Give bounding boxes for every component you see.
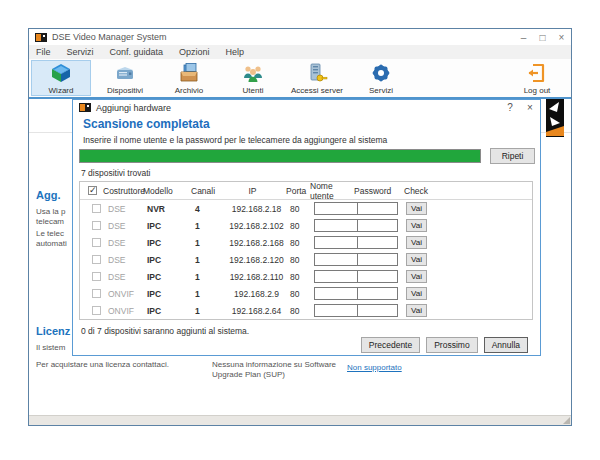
nome-utente-input[interactable] [314, 304, 358, 317]
device-checkbox[interactable] [92, 204, 101, 213]
nome-utente-input[interactable] [314, 236, 358, 249]
toolbar: Wizard Dispositivi Ar [29, 59, 571, 99]
device-row[interactable]: ONVIF IPC 1 192.168.2.9 80 Vai [80, 285, 532, 302]
devices-found-text: 7 dispositivi trovati [81, 168, 150, 178]
nome-utente-input[interactable] [314, 270, 358, 283]
menu-help[interactable]: Help [218, 47, 253, 57]
device-checkbox[interactable] [92, 238, 101, 247]
toolbar-item-archivio[interactable]: Archivio [159, 60, 219, 96]
not-supported-link[interactable]: Non supportato [347, 363, 402, 372]
scan-progress-fill [80, 150, 480, 162]
dialog-icon [79, 103, 91, 112]
cell-costruttore: DSE [108, 221, 147, 231]
toolbar-item-dispositivi[interactable]: Dispositivi [95, 60, 155, 96]
status-bar [29, 415, 571, 425]
password-input[interactable] [357, 202, 398, 215]
dialog-close-button[interactable]: × [520, 102, 540, 113]
app-icon [35, 33, 47, 42]
password-input[interactable] [357, 270, 398, 283]
cell-canali: 1 [193, 238, 229, 248]
toolbar-label: Servizi [369, 86, 393, 95]
annulla-button[interactable]: Annulla [484, 337, 528, 353]
background-paragraph-1: Usa la p telecam [36, 207, 65, 227]
resize-grip-icon[interactable] [563, 417, 570, 424]
cell-canali: 1 [193, 255, 229, 265]
dialog-titlebar: Aggiungi hardware ? × [73, 100, 540, 115]
close-button[interactable]: × [552, 29, 571, 45]
services-gear-icon [369, 61, 393, 85]
cell-modello: IPC [147, 238, 193, 248]
select-all-checkbox[interactable] [88, 186, 97, 195]
minimize-button[interactable]: – [514, 29, 533, 45]
device-row[interactable]: ONVIF IPC 1 192.168.2.64 80 Vai [80, 302, 532, 319]
cell-porta: 80 [284, 306, 314, 316]
device-row[interactable]: DSE IPC 1 192.168.2.120 80 Vai [80, 251, 532, 268]
vai-button[interactable]: Vai [406, 202, 427, 215]
vai-button[interactable]: Vai [406, 304, 427, 317]
cell-porta: 80 [284, 238, 314, 248]
device-checkbox[interactable] [92, 272, 101, 281]
toolbar-item-logout[interactable]: Log out [507, 60, 567, 96]
device-checkbox[interactable] [92, 289, 101, 298]
cell-porta: 80 [284, 204, 314, 214]
sup-info-text: Nessuna informazione su Software Upgrade… [212, 360, 336, 380]
vai-button[interactable]: Vai [406, 287, 427, 300]
cell-porta: 80 [284, 272, 314, 282]
maximize-button[interactable]: □ [533, 29, 552, 45]
header-canali: Canali [189, 186, 225, 196]
license-section-heading: Licenz [36, 325, 70, 337]
toolbar-item-accessi-server[interactable]: Accessi server [287, 60, 347, 96]
ripeti-button[interactable]: Ripeti [490, 148, 535, 164]
device-table-header: Costruttore Modello Canali IP Porta Nome… [80, 182, 532, 200]
toolbar-label: Log out [524, 86, 551, 95]
cell-costruttore: DSE [108, 255, 147, 265]
dialog-heading: Scansione completata [83, 117, 210, 131]
dialog-subtitle: Inserire il nome utente e la password pe… [83, 135, 387, 145]
device-checkbox[interactable] [92, 306, 101, 315]
toolbar-label: Dispositivi [107, 86, 143, 95]
password-input[interactable] [357, 236, 398, 249]
toolbar-item-wizard[interactable]: Wizard [31, 60, 91, 96]
cell-ip: 192.168.2.110 [229, 272, 284, 282]
prossimo-button[interactable]: Prossimo [426, 337, 477, 353]
cell-modello: IPC [147, 255, 193, 265]
toolbar-item-servizi[interactable]: Servizi [351, 60, 411, 96]
vai-button[interactable]: Vai [406, 219, 427, 232]
dialog-help-button[interactable]: ? [500, 102, 520, 113]
device-checkbox[interactable] [92, 255, 101, 264]
menu-opzioni[interactable]: Opzioni [171, 47, 218, 57]
precedente-button[interactable]: Precedente [361, 337, 420, 353]
password-input[interactable] [357, 304, 398, 317]
cell-modello: IPC [147, 272, 193, 282]
cell-costruttore: DSE [108, 238, 147, 248]
header-modello: Modello [143, 186, 189, 196]
device-row[interactable]: DSE IPC 1 192.168.2.102 80 Vai [80, 217, 532, 234]
nome-utente-input[interactable] [314, 202, 358, 215]
cell-costruttore: DSE [108, 272, 147, 282]
header-password: Password [354, 186, 395, 196]
background-paragraph-2: Le telec automati [36, 229, 67, 249]
menu-conf-guidata[interactable]: Conf. guidata [102, 47, 172, 57]
vai-button[interactable]: Vai [406, 236, 427, 249]
password-input[interactable] [357, 219, 398, 232]
menu-file[interactable]: File [29, 47, 59, 57]
menu-servizi[interactable]: Servizi [59, 47, 102, 57]
device-row[interactable]: DSE IPC 1 192.168.2.168 80 Vai [80, 234, 532, 251]
vai-button[interactable]: Vai [406, 270, 427, 283]
scan-progress-bar [79, 149, 481, 163]
device-row[interactable]: DSE NVR 4 192.168.2.18 80 Vai [80, 200, 532, 217]
vai-button[interactable]: Vai [406, 253, 427, 266]
toolbar-item-utenti[interactable]: Utenti [223, 60, 283, 96]
device-checkbox[interactable] [92, 221, 101, 230]
nome-utente-input[interactable] [314, 253, 358, 266]
password-input[interactable] [357, 253, 398, 266]
device-row[interactable]: DSE IPC 1 192.168.2.110 80 Vai [80, 268, 532, 285]
nome-utente-input[interactable] [314, 287, 358, 300]
nome-utente-input[interactable] [314, 219, 358, 232]
cell-costruttore: ONVIF [108, 289, 147, 299]
password-input[interactable] [357, 287, 398, 300]
dse-logo-partial [546, 99, 564, 137]
background-section-heading: Agg. [36, 189, 60, 201]
toolbar-label: Wizard [49, 86, 74, 95]
device-table-body: DSE NVR 4 192.168.2.18 80 Vai DSE IPC 1 … [80, 200, 532, 319]
